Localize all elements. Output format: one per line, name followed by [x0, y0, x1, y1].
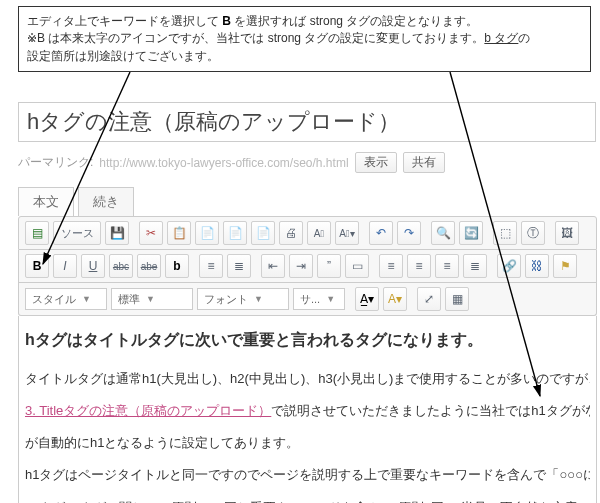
align-center-icon[interactable]: ≡ — [407, 254, 431, 278]
editor-tabs: 本文 続き — [18, 187, 598, 216]
replace-icon[interactable]: 🔄 — [459, 221, 483, 245]
align-justify-icon[interactable]: ≣ — [463, 254, 487, 278]
tab-body[interactable]: 本文 — [18, 187, 74, 216]
redo-icon[interactable]: ↷ — [397, 221, 421, 245]
underline-button[interactable]: U — [81, 254, 105, 278]
find-icon[interactable]: 🔍 — [431, 221, 455, 245]
content-paragraph-4: h2タグh3タグに関しては原則h1と同じ重要キーワードを含んで(原則1回)、尚且… — [25, 498, 590, 503]
size-select[interactable]: サ...▼ — [293, 288, 345, 310]
permalink-url: http://www.tokyo-lawyers-office.com/seo/… — [99, 156, 348, 170]
chevron-down-icon: ▼ — [326, 294, 335, 304]
paste-word-icon[interactable]: 📄 — [251, 221, 275, 245]
show-button[interactable]: 表示 — [355, 152, 397, 173]
b-tag-button[interactable]: b — [165, 254, 189, 278]
showblocks-icon[interactable]: ▦ — [445, 287, 469, 311]
textcolor-icon[interactable]: A̲▾ — [355, 287, 379, 311]
maximize-icon[interactable]: ⤢ — [417, 287, 441, 311]
annotation-note: エディタ上でキーワードを選択して B を選択すれば strong タグの設定とな… — [18, 6, 591, 72]
toolbar-row-1: ▤ ソース 💾 ✂ 📋 📄 📄 📄 🖨 A͖ A͖▾ ↶ ↷ 🔍 🔄 ⬚ Ⓣ 🖼 — [18, 216, 597, 250]
bold-button[interactable]: B — [25, 254, 49, 278]
outdent-icon[interactable]: ⇤ — [261, 254, 285, 278]
content-paragraph-2b: が自動的にh1となるように設定してあります。 — [25, 433, 590, 453]
editor-area: hタグの注意（原稿のアップロード） パーマリンク: http://www.tok… — [18, 102, 598, 503]
bgcolor-icon[interactable]: A▾ — [383, 287, 407, 311]
content-paragraph-3: h1タグはページタイトルと同一ですのでページを説明する上で重要なキーワードを含ん… — [25, 465, 590, 485]
toolbar-row-2: B I U abc abe b ≡ ≣ ⇤ ⇥ ” ▭ ≡ ≡ ≡ ≣ 🔗 ⛓ … — [18, 250, 597, 283]
paste-icon[interactable]: 📄 — [195, 221, 219, 245]
unlink-icon[interactable]: ⛓ — [525, 254, 549, 278]
link-icon[interactable]: 🔗 — [497, 254, 521, 278]
selectall-icon[interactable]: ⬚ — [493, 221, 517, 245]
bullist-icon[interactable]: ≣ — [227, 254, 251, 278]
share-button[interactable]: 共有 — [403, 152, 445, 173]
post-title-input[interactable]: hタグの注意（原稿のアップロード） — [18, 102, 596, 142]
strike-button[interactable]: abc — [109, 254, 133, 278]
content-paragraph-2a: 3. Titleタグの注意（原稿のアップロード）で説明させていただきましたように… — [25, 401, 590, 421]
align-right-icon[interactable]: ≡ — [435, 254, 459, 278]
chevron-down-icon: ▼ — [254, 294, 263, 304]
blockquote-icon[interactable]: ” — [317, 254, 341, 278]
print-icon[interactable]: 🖨 — [279, 221, 303, 245]
anchor-icon[interactable]: ⚑ — [553, 254, 577, 278]
save-icon[interactable]: 💾 — [105, 221, 129, 245]
style-select[interactable]: スタイル▼ — [25, 288, 107, 310]
content-paragraph-1: タイトルタグは通常h1(大見出し)、h2(中見出し)、h3(小見出し)まで使用す… — [25, 369, 590, 389]
font-select[interactable]: フォント▼ — [197, 288, 289, 310]
chevron-down-icon: ▼ — [82, 294, 91, 304]
undo-icon[interactable]: ↶ — [369, 221, 393, 245]
removeformat-icon[interactable]: Ⓣ — [521, 221, 545, 245]
content-heading: hタグはタイトルタグに次いで重要と言われるタグになります。 — [25, 330, 590, 351]
content-link[interactable]: 3. Titleタグの注意（原稿のアップロード） — [25, 403, 271, 418]
strike2-button[interactable]: abe — [137, 254, 161, 278]
cut-icon[interactable]: ✂ — [139, 221, 163, 245]
permalink-label: パーマリンク: — [18, 154, 93, 171]
spellcheck-icon[interactable]: A͖ — [307, 221, 331, 245]
numlist-icon[interactable]: ≡ — [199, 254, 223, 278]
permalink-row: パーマリンク: http://www.tokyo-lawyers-office.… — [18, 152, 598, 173]
image-icon[interactable]: 🖼 — [555, 221, 579, 245]
tab-continue[interactable]: 続き — [78, 187, 134, 216]
copy-icon[interactable]: 📋 — [167, 221, 191, 245]
paste-text-icon[interactable]: 📄 — [223, 221, 247, 245]
indent-icon[interactable]: ⇥ — [289, 254, 313, 278]
scayt-icon[interactable]: A͖▾ — [335, 221, 359, 245]
editor-content[interactable]: hタグはタイトルタグに次いで重要と言われるタグになります。 タイトルタグは通常h… — [18, 316, 597, 503]
align-left-icon[interactable]: ≡ — [379, 254, 403, 278]
source-button[interactable]: ソース — [53, 221, 101, 245]
template-icon[interactable]: ▤ — [25, 221, 49, 245]
italic-button[interactable]: I — [53, 254, 77, 278]
toolbar-row-3: スタイル▼ 標準▼ フォント▼ サ...▼ A̲▾ A▾ ⤢ ▦ — [18, 283, 597, 316]
div-icon[interactable]: ▭ — [345, 254, 369, 278]
format-select[interactable]: 標準▼ — [111, 288, 193, 310]
chevron-down-icon: ▼ — [146, 294, 155, 304]
